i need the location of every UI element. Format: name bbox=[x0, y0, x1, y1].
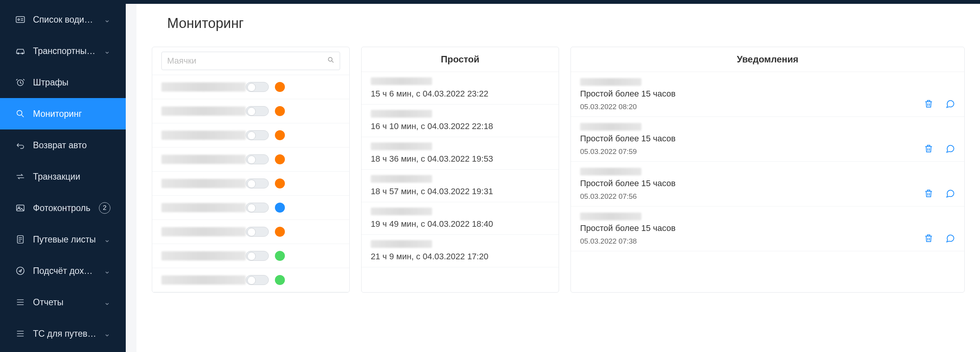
status-dot bbox=[275, 154, 285, 164]
beacon-toggle[interactable] bbox=[246, 251, 269, 261]
delete-icon[interactable] bbox=[924, 99, 934, 110]
sidebar-item-transactions[interactable]: Транзакции bbox=[0, 161, 126, 192]
sidebar-item-label: Штрафы bbox=[33, 77, 110, 88]
notification-date: 05.03.2022 07:56 bbox=[580, 192, 955, 201]
vehicle-id-blurred bbox=[371, 142, 432, 150]
beacon-row[interactable] bbox=[152, 196, 349, 220]
beacon-toggle[interactable] bbox=[246, 178, 269, 188]
return-icon bbox=[15, 140, 25, 150]
status-dot bbox=[275, 106, 285, 116]
downtime-text: 15 ч 6 мин, с 04.03.2022 23:22 bbox=[371, 89, 549, 99]
sidebar-item-label: Фотоконтроль bbox=[33, 203, 91, 213]
vehicle-id-blurred bbox=[580, 78, 641, 86]
beacon-name-blurred bbox=[161, 275, 246, 285]
beacon-row[interactable] bbox=[152, 99, 349, 123]
sidebar-item-label: Мониторинг bbox=[33, 109, 110, 119]
status-dot bbox=[275, 82, 285, 92]
beacon-row[interactable] bbox=[152, 268, 349, 292]
downtime-row[interactable]: 15 ч 6 мин, с 04.03.2022 23:22 bbox=[362, 72, 559, 105]
downtime-row[interactable]: 19 ч 49 мин, с 04.03.2022 18:40 bbox=[362, 202, 559, 235]
chevron-down-icon: ⌄ bbox=[104, 46, 110, 56]
beacon-name-blurred bbox=[161, 131, 246, 140]
sidebar-item-label: Возврат авто bbox=[33, 140, 110, 151]
beacon-row[interactable] bbox=[152, 220, 349, 244]
downtime-text: 19 ч 49 мин, с 04.03.2022 18:40 bbox=[371, 219, 549, 229]
delete-icon[interactable] bbox=[924, 144, 934, 155]
sidebar-item-return[interactable]: Возврат авто bbox=[0, 129, 126, 161]
beacon-name-blurred bbox=[161, 203, 246, 212]
beacon-toggle[interactable] bbox=[246, 275, 269, 285]
svg-point-10 bbox=[328, 57, 332, 61]
vehicle-id-blurred bbox=[580, 213, 641, 220]
search-icon[interactable] bbox=[327, 56, 335, 66]
status-dot bbox=[275, 227, 285, 237]
page-title: Мониторинг bbox=[167, 15, 965, 31]
message-icon[interactable] bbox=[945, 99, 955, 110]
sidebar-item-reports[interactable]: Отчеты ⌄ bbox=[0, 287, 126, 318]
notification-title: Простой более 15 часов bbox=[580, 178, 955, 188]
svg-point-9 bbox=[16, 267, 24, 275]
beacon-toggle[interactable] bbox=[246, 106, 269, 116]
chevron-down-icon: ⌄ bbox=[104, 15, 110, 24]
downtime-text: 16 ч 10 мин, с 04.03.2022 22:18 bbox=[371, 121, 549, 131]
beacon-name-blurred bbox=[161, 227, 246, 236]
beacon-name-blurred bbox=[161, 179, 246, 188]
vehicle-id-blurred bbox=[580, 168, 641, 175]
beacons-panel bbox=[152, 47, 350, 293]
sidebar-item-monitoring[interactable]: Мониторинг bbox=[0, 98, 126, 129]
beacon-toggle[interactable] bbox=[246, 227, 269, 237]
downtime-text: 21 ч 9 мин, с 04.03.2022 17:20 bbox=[371, 252, 549, 262]
beacon-toggle[interactable] bbox=[246, 154, 269, 164]
downtime-row[interactable]: 18 ч 57 мин, с 04.03.2022 19:31 bbox=[362, 170, 559, 202]
sidebar: Список водителей ⌄ Транспортные с... ⌄ Ш… bbox=[0, 0, 126, 352]
beacon-row[interactable] bbox=[152, 244, 349, 268]
delete-icon[interactable] bbox=[924, 233, 934, 245]
search-input[interactable] bbox=[161, 52, 340, 70]
beacon-toggle[interactable] bbox=[246, 82, 269, 92]
sidebar-item-drivers[interactable]: Список водителей ⌄ bbox=[0, 4, 126, 35]
search-icon bbox=[15, 109, 25, 119]
topbar bbox=[126, 0, 980, 4]
sidebar-item-income[interactable]: Подсчёт дохода ⌄ bbox=[0, 255, 126, 287]
beacon-row[interactable] bbox=[152, 75, 349, 99]
sidebar-item-waybill-vehicles[interactable]: ТС для путевых ... ⌄ bbox=[0, 318, 126, 349]
beacon-row[interactable] bbox=[152, 123, 349, 147]
notification-title: Простой более 15 часов bbox=[580, 134, 955, 144]
vehicle-id-blurred bbox=[371, 208, 432, 215]
beacon-name-blurred bbox=[161, 155, 246, 164]
notifications-panel: Уведомления Простой более 15 часов05.03.… bbox=[571, 47, 965, 293]
message-icon[interactable] bbox=[945, 144, 955, 155]
vehicle-id-blurred bbox=[371, 77, 432, 85]
notification-title: Простой более 15 часов bbox=[580, 89, 955, 99]
delete-icon[interactable] bbox=[924, 188, 934, 200]
notification-date: 05.03.2022 07:59 bbox=[580, 147, 955, 156]
downtime-row[interactable]: 18 ч 36 мин, с 04.03.2022 19:53 bbox=[362, 137, 559, 170]
id-card-icon bbox=[15, 15, 25, 25]
notification-row: Простой более 15 часов05.03.2022 07:56 bbox=[571, 162, 964, 206]
sidebar-item-photocontrol[interactable]: Фотоконтроль 2 bbox=[0, 192, 126, 224]
beacon-toggle[interactable] bbox=[246, 203, 269, 213]
message-icon[interactable] bbox=[945, 233, 955, 245]
sidebar-item-fines[interactable]: Штрафы bbox=[0, 67, 126, 98]
sidebar-item-vehicles[interactable]: Транспортные с... ⌄ bbox=[0, 35, 126, 67]
beacon-row[interactable] bbox=[152, 147, 349, 172]
badge-count: 2 bbox=[99, 202, 110, 214]
sidebar-item-label: Транспортные с... bbox=[33, 46, 96, 56]
beacon-name-blurred bbox=[161, 106, 246, 116]
downtime-panel: Простой 15 ч 6 мин, с 04.03.2022 23:2216… bbox=[361, 47, 559, 293]
sidebar-item-waybills[interactable]: Путевые листы ⌄ bbox=[0, 224, 126, 255]
downtime-row[interactable]: 16 ч 10 мин, с 04.03.2022 22:18 bbox=[362, 105, 559, 137]
sidebar-item-label: Отчеты bbox=[33, 297, 96, 308]
car-icon bbox=[15, 46, 25, 56]
chevron-down-icon: ⌄ bbox=[104, 235, 110, 244]
alarm-icon bbox=[15, 77, 25, 87]
beacon-toggle[interactable] bbox=[246, 130, 269, 140]
beacon-name-blurred bbox=[161, 82, 246, 92]
status-dot bbox=[275, 203, 285, 213]
notification-date: 05.03.2022 08:20 bbox=[580, 103, 955, 111]
message-icon[interactable] bbox=[945, 188, 955, 200]
downtime-row[interactable]: 21 ч 9 мин, с 04.03.2022 17:20 bbox=[362, 235, 559, 267]
beacon-name-blurred bbox=[161, 251, 246, 260]
beacon-row[interactable] bbox=[152, 172, 349, 196]
downtime-text: 18 ч 36 мин, с 04.03.2022 19:53 bbox=[371, 154, 549, 164]
